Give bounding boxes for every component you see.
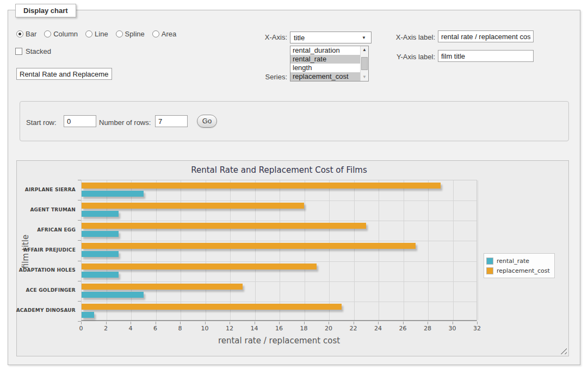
y-axis-label-input[interactable] <box>438 50 534 62</box>
bar-replacement_cost <box>82 223 366 229</box>
gridline <box>354 180 355 320</box>
series-multiselect[interactable]: rental_durationrental_ratelengthreplacem… <box>290 46 369 81</box>
bar-rental_rate <box>82 231 119 237</box>
series-option-rental_rate[interactable]: rental_rate <box>290 55 360 64</box>
gridline <box>404 180 404 320</box>
bar-replacement_cost <box>82 243 416 249</box>
x-tick-label: 32 <box>466 325 488 332</box>
x-tick-mark <box>156 322 156 324</box>
gridline <box>82 261 476 262</box>
stacked-label: Stacked <box>26 47 51 55</box>
chart-title-input[interactable] <box>16 68 112 80</box>
legend-label: rental_rate <box>497 258 529 265</box>
chart-title: Rental Rate and Replacement Cost of Film… <box>81 165 477 175</box>
x-tick-mark <box>354 322 354 324</box>
bar-rental_rate <box>82 292 144 298</box>
x-tick-label: 24 <box>367 325 389 332</box>
radio-label: Area <box>162 30 176 38</box>
y-tick-mark <box>78 180 81 180</box>
x-tick-mark <box>304 322 305 324</box>
chart-type-radio-column[interactable]: Column <box>44 30 78 38</box>
radio-icon <box>116 30 123 37</box>
series-option-replacement_cost[interactable]: replacement_cost <box>290 72 360 81</box>
gridline <box>82 200 476 201</box>
chart-type-radio-bar[interactable]: Bar <box>16 30 36 38</box>
legend-row: rental_rate <box>486 256 550 266</box>
start-row-label: Start row: <box>26 118 57 127</box>
series-option-rental_duration[interactable]: rental_duration <box>290 46 360 55</box>
bar-replacement_cost <box>82 284 243 290</box>
bar-rental_rate <box>82 211 119 217</box>
scrollbar[interactable]: ▲ ▼ <box>360 46 368 81</box>
y-category-label: AFRICAN EGG <box>0 227 76 233</box>
x-tick-mark <box>230 322 230 324</box>
y-tick-mark <box>78 220 81 221</box>
gridline <box>230 180 231 320</box>
x-tick-mark <box>329 322 329 324</box>
x-tick-label: 26 <box>392 325 414 332</box>
x-tick-label: 20 <box>318 325 339 332</box>
gridline <box>82 221 476 221</box>
chart-x-axis-title: rental rate / replacement cost <box>81 336 477 346</box>
y-category-label: ACE GOLDFINGER <box>0 287 76 293</box>
gridline <box>107 180 107 320</box>
chart-type-radio-spline[interactable]: Spline <box>116 30 145 38</box>
radio-label: Line <box>95 30 108 38</box>
y-axis-label-field-label: Y-Axis label: <box>381 53 435 61</box>
x-tick-label: 18 <box>293 325 315 332</box>
y-tick-mark <box>78 301 81 302</box>
number-of-rows-input[interactable] <box>155 115 188 127</box>
x-tick-label: 2 <box>95 325 117 332</box>
y-category-label: ACADEMY DINOSAUR <box>0 308 76 313</box>
x-axis-selected-value: title <box>294 34 305 42</box>
legend-swatch <box>486 267 493 274</box>
x-tick-mark <box>378 322 379 324</box>
chart-type-radio-group: BarColumnLineSplineArea <box>16 30 181 38</box>
x-axis-label-input[interactable] <box>438 30 534 42</box>
y-category-label: ADAPTATION HOLES <box>0 267 76 273</box>
x-tick-label: 6 <box>145 325 166 332</box>
chevron-down-icon: ▼ <box>362 35 368 40</box>
x-tick-mark <box>106 322 107 324</box>
radio-icon <box>44 30 51 37</box>
chart-type-radio-line[interactable]: Line <box>85 30 108 38</box>
x-tick-mark <box>403 322 404 324</box>
y-tick-mark <box>78 240 81 241</box>
resize-grip[interactable] <box>560 348 567 354</box>
x-tick-mark <box>477 322 478 324</box>
stacked-checkbox[interactable] <box>15 48 22 55</box>
x-tick-mark <box>205 322 206 324</box>
gridline <box>82 281 476 282</box>
number-of-rows-label: Number of rows: <box>99 118 151 127</box>
x-tick-mark <box>81 322 82 324</box>
gridline <box>453 180 454 320</box>
y-category-label: AIRPLANE SIERRA <box>0 187 76 192</box>
y-category-label: AGENT TRUMAN <box>0 207 76 212</box>
chart-type-radio-area[interactable]: Area <box>152 30 176 38</box>
series-label: Series: <box>245 73 287 81</box>
start-row-input[interactable] <box>64 115 96 127</box>
radio-label: Spline <box>125 30 145 38</box>
x-tick-label: 4 <box>120 325 141 332</box>
x-tick-mark <box>453 322 453 324</box>
legend-swatch <box>486 258 493 265</box>
scroll-up-icon[interactable]: ▲ <box>361 46 368 54</box>
bar-replacement_cost <box>82 264 317 269</box>
x-tick-mark <box>279 322 280 324</box>
bar-rental_rate <box>82 251 119 257</box>
gridline <box>305 180 305 320</box>
x-tick-mark <box>428 322 428 324</box>
gridline <box>329 180 330 320</box>
scrollbar-thumb[interactable] <box>361 57 368 70</box>
gridline <box>280 180 280 320</box>
scroll-down-icon[interactable]: ▼ <box>361 73 368 81</box>
radio-icon <box>16 30 23 37</box>
x-tick-label: 16 <box>268 325 290 332</box>
gridline <box>156 180 157 320</box>
gridline <box>478 180 478 320</box>
series-option-length[interactable]: length <box>290 64 360 72</box>
x-axis-select[interactable]: title ▼ <box>290 32 372 43</box>
y-tick-mark <box>78 321 81 322</box>
gridline <box>379 180 379 320</box>
go-button[interactable]: Go <box>197 115 217 128</box>
